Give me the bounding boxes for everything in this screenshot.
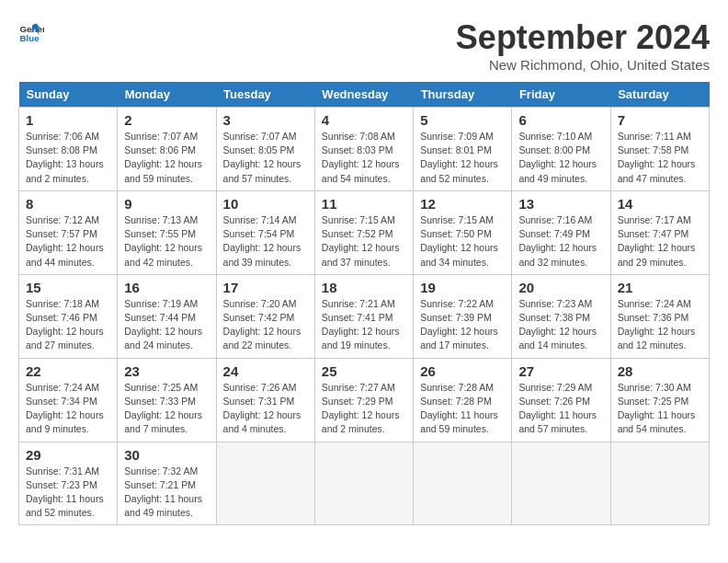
- day-detail: Sunrise: 7:15 AM Sunset: 7:50 PM Dayligh…: [420, 213, 505, 270]
- calendar-day-cell: 8 Sunrise: 7:12 AM Sunset: 7:57 PM Dayli…: [19, 190, 118, 274]
- day-number: 24: [223, 363, 308, 379]
- day-detail: Sunrise: 7:31 AM Sunset: 7:23 PM Dayligh…: [26, 465, 110, 521]
- title-block: September 2024 New Richmond, Ohio, Unite…: [456, 18, 710, 73]
- day-number: 12: [420, 196, 505, 212]
- calendar-week-row: 8 Sunrise: 7:12 AM Sunset: 7:57 PM Dayli…: [19, 190, 710, 274]
- day-detail: Sunrise: 7:13 AM Sunset: 7:55 PM Dayligh…: [124, 213, 209, 270]
- calendar-day-cell: 22 Sunrise: 7:24 AM Sunset: 7:34 PM Dayl…: [19, 358, 118, 442]
- calendar-day-cell: 1 Sunrise: 7:06 AM Sunset: 8:08 PM Dayli…: [19, 108, 118, 191]
- calendar-day-cell: 21 Sunrise: 7:24 AM Sunset: 7:36 PM Dayl…: [610, 274, 709, 358]
- day-detail: Sunrise: 7:24 AM Sunset: 7:36 PM Dayligh…: [618, 297, 702, 353]
- day-number: 26: [420, 363, 505, 379]
- month-title: September 2024: [456, 18, 710, 57]
- weekday-header: Tuesday: [216, 82, 314, 108]
- calendar-day-cell: 9 Sunrise: 7:13 AM Sunset: 7:55 PM Dayli…: [118, 190, 216, 274]
- calendar-day-cell: [512, 442, 610, 525]
- day-number: 25: [322, 363, 406, 379]
- weekday-header: Wednesday: [314, 82, 413, 108]
- weekday-header: Saturday: [610, 82, 709, 108]
- weekday-header: Friday: [512, 82, 610, 108]
- day-number: 19: [420, 280, 505, 295]
- day-detail: Sunrise: 7:19 AM Sunset: 7:44 PM Dayligh…: [124, 297, 209, 353]
- day-detail: Sunrise: 7:07 AM Sunset: 8:05 PM Dayligh…: [223, 130, 308, 186]
- day-detail: Sunrise: 7:26 AM Sunset: 7:31 PM Dayligh…: [223, 381, 308, 437]
- location: New Richmond, Ohio, United States: [456, 57, 710, 73]
- day-number: 11: [322, 196, 406, 212]
- day-detail: Sunrise: 7:16 AM Sunset: 7:49 PM Dayligh…: [518, 213, 603, 270]
- calendar-week-row: 22 Sunrise: 7:24 AM Sunset: 7:34 PM Dayl…: [19, 358, 710, 442]
- calendar-day-cell: 17 Sunrise: 7:20 AM Sunset: 7:42 PM Dayl…: [216, 274, 314, 358]
- page-header: General Blue September 2024 New Richmond…: [18, 18, 710, 73]
- day-detail: Sunrise: 7:32 AM Sunset: 7:21 PM Dayligh…: [124, 465, 209, 521]
- day-number: 7: [618, 112, 702, 128]
- day-number: 6: [518, 112, 603, 128]
- day-detail: Sunrise: 7:17 AM Sunset: 7:47 PM Dayligh…: [618, 213, 702, 270]
- calendar-table: SundayMondayTuesdayWednesdayThursdayFrid…: [18, 82, 710, 525]
- day-number: 27: [518, 363, 603, 379]
- day-number: 22: [26, 363, 110, 379]
- weekday-header: Monday: [118, 82, 216, 108]
- calendar-day-cell: 3 Sunrise: 7:07 AM Sunset: 8:05 PM Dayli…: [216, 108, 314, 191]
- day-number: 23: [124, 363, 209, 379]
- calendar-day-cell: 10 Sunrise: 7:14 AM Sunset: 7:54 PM Dayl…: [216, 190, 314, 274]
- day-detail: Sunrise: 7:12 AM Sunset: 7:57 PM Dayligh…: [26, 213, 110, 270]
- day-detail: Sunrise: 7:15 AM Sunset: 7:52 PM Dayligh…: [322, 213, 406, 270]
- day-detail: Sunrise: 7:28 AM Sunset: 7:28 PM Dayligh…: [420, 381, 505, 437]
- day-number: 17: [223, 280, 308, 295]
- calendar-day-cell: 29 Sunrise: 7:31 AM Sunset: 7:23 PM Dayl…: [19, 442, 118, 525]
- day-detail: Sunrise: 7:24 AM Sunset: 7:34 PM Dayligh…: [26, 381, 110, 437]
- weekday-header: Sunday: [19, 82, 118, 108]
- calendar-day-cell: 24 Sunrise: 7:26 AM Sunset: 7:31 PM Dayl…: [216, 358, 314, 442]
- day-detail: Sunrise: 7:29 AM Sunset: 7:26 PM Dayligh…: [518, 381, 603, 437]
- day-number: 2: [124, 112, 209, 128]
- day-number: 28: [618, 363, 702, 379]
- calendar-day-cell: [414, 442, 512, 525]
- calendar-day-cell: 15 Sunrise: 7:18 AM Sunset: 7:46 PM Dayl…: [19, 274, 118, 358]
- day-detail: Sunrise: 7:09 AM Sunset: 8:01 PM Dayligh…: [420, 130, 505, 186]
- day-detail: Sunrise: 7:08 AM Sunset: 8:03 PM Dayligh…: [322, 130, 406, 186]
- logo-icon: General Blue: [18, 18, 44, 44]
- calendar-day-cell: 5 Sunrise: 7:09 AM Sunset: 8:01 PM Dayli…: [414, 108, 512, 191]
- day-detail: Sunrise: 7:11 AM Sunset: 7:58 PM Dayligh…: [618, 130, 702, 186]
- day-number: 30: [124, 447, 209, 463]
- day-detail: Sunrise: 7:27 AM Sunset: 7:29 PM Dayligh…: [322, 381, 406, 437]
- calendar-day-cell: 18 Sunrise: 7:21 AM Sunset: 7:41 PM Dayl…: [314, 274, 413, 358]
- calendar-day-cell: 12 Sunrise: 7:15 AM Sunset: 7:50 PM Dayl…: [414, 190, 512, 274]
- calendar-day-cell: [216, 442, 314, 525]
- svg-text:Blue: Blue: [19, 33, 40, 43]
- day-detail: Sunrise: 7:22 AM Sunset: 7:39 PM Dayligh…: [420, 297, 505, 353]
- day-number: 3: [223, 112, 308, 128]
- day-detail: Sunrise: 7:30 AM Sunset: 7:25 PM Dayligh…: [618, 381, 702, 437]
- day-detail: Sunrise: 7:06 AM Sunset: 8:08 PM Dayligh…: [26, 130, 110, 186]
- calendar-day-cell: [314, 442, 413, 525]
- day-number: 29: [26, 447, 110, 463]
- calendar-day-cell: [610, 442, 709, 525]
- day-detail: Sunrise: 7:21 AM Sunset: 7:41 PM Dayligh…: [322, 297, 406, 353]
- day-detail: Sunrise: 7:10 AM Sunset: 8:00 PM Dayligh…: [518, 130, 603, 186]
- calendar-week-row: 15 Sunrise: 7:18 AM Sunset: 7:46 PM Dayl…: [19, 274, 710, 358]
- day-number: 15: [26, 280, 110, 295]
- calendar-day-cell: 25 Sunrise: 7:27 AM Sunset: 7:29 PM Dayl…: [314, 358, 413, 442]
- calendar-day-cell: 13 Sunrise: 7:16 AM Sunset: 7:49 PM Dayl…: [512, 190, 610, 274]
- logo: General Blue: [18, 18, 44, 44]
- day-detail: Sunrise: 7:18 AM Sunset: 7:46 PM Dayligh…: [26, 297, 110, 353]
- day-number: 13: [518, 196, 603, 212]
- calendar-week-row: 29 Sunrise: 7:31 AM Sunset: 7:23 PM Dayl…: [19, 442, 710, 525]
- day-detail: Sunrise: 7:25 AM Sunset: 7:33 PM Dayligh…: [124, 381, 209, 437]
- calendar-day-cell: 14 Sunrise: 7:17 AM Sunset: 7:47 PM Dayl…: [610, 190, 709, 274]
- day-detail: Sunrise: 7:20 AM Sunset: 7:42 PM Dayligh…: [223, 297, 308, 353]
- calendar-day-cell: 16 Sunrise: 7:19 AM Sunset: 7:44 PM Dayl…: [118, 274, 216, 358]
- calendar-day-cell: 28 Sunrise: 7:30 AM Sunset: 7:25 PM Dayl…: [610, 358, 709, 442]
- day-detail: Sunrise: 7:23 AM Sunset: 7:38 PM Dayligh…: [518, 297, 603, 353]
- calendar-day-cell: 23 Sunrise: 7:25 AM Sunset: 7:33 PM Dayl…: [118, 358, 216, 442]
- calendar-week-row: 1 Sunrise: 7:06 AM Sunset: 8:08 PM Dayli…: [19, 108, 710, 191]
- calendar-day-cell: 6 Sunrise: 7:10 AM Sunset: 8:00 PM Dayli…: [512, 108, 610, 191]
- calendar-day-cell: 7 Sunrise: 7:11 AM Sunset: 7:58 PM Dayli…: [610, 108, 709, 191]
- calendar-day-cell: 20 Sunrise: 7:23 AM Sunset: 7:38 PM Dayl…: [512, 274, 610, 358]
- day-number: 1: [26, 112, 110, 128]
- day-number: 10: [223, 196, 308, 212]
- day-number: 8: [26, 196, 110, 212]
- day-number: 9: [124, 196, 209, 212]
- day-number: 18: [322, 280, 406, 295]
- day-number: 21: [618, 280, 702, 295]
